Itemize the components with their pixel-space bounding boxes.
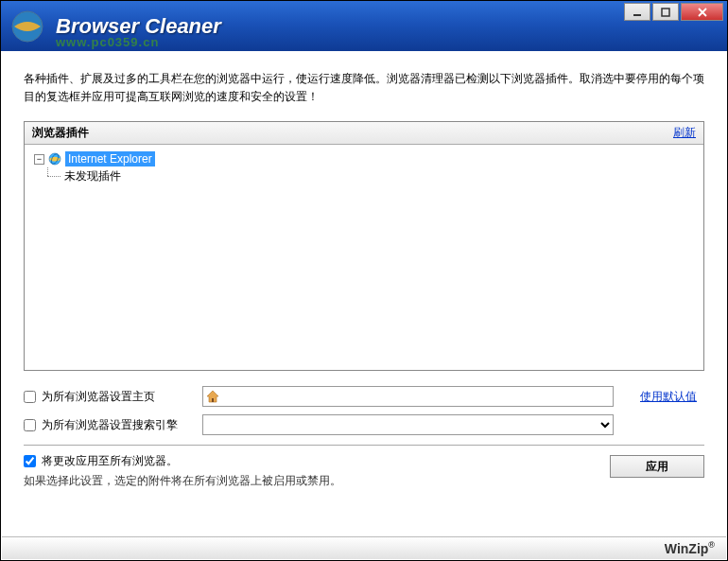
footer: WinZip® — [2, 536, 726, 559]
search-engine-select[interactable] — [202, 414, 614, 435]
tree-child-label: 未发现插件 — [64, 168, 121, 184]
panel-header: 浏览器插件 刷新 — [25, 121, 703, 145]
homepage-row: 为所有浏览器设置主页 使用默认值 — [24, 384, 704, 409]
apply-all-checkbox[interactable] — [24, 455, 36, 467]
apply-button[interactable]: 应用 — [610, 455, 704, 478]
panel-title: 浏览器插件 — [32, 125, 89, 141]
watermark-text: www.pc0359.cn — [56, 35, 159, 49]
home-icon — [205, 389, 220, 404]
collapse-icon[interactable]: − — [34, 154, 44, 165]
refresh-link[interactable]: 刷新 — [673, 125, 696, 141]
svg-rect-6 — [212, 398, 214, 402]
search-label-text: 为所有浏览器设置搜索引擎 — [42, 417, 202, 433]
maximize-button[interactable] — [652, 3, 679, 21]
close-button[interactable] — [681, 3, 723, 21]
homepage-checkbox[interactable] — [24, 391, 36, 403]
homepage-input-wrap — [202, 386, 614, 407]
homepage-checkbox-label[interactable]: 为所有浏览器设置主页 — [24, 389, 202, 405]
apply-hint: 如果选择此设置，选定的附件将在所有浏览器上被启用或禁用。 — [24, 473, 341, 489]
apply-all-label: 将更改应用至所有浏览器。 — [42, 453, 178, 469]
search-checkbox-label[interactable]: 为所有浏览器设置搜索引擎 — [24, 417, 202, 433]
homepage-label-text: 为所有浏览器设置主页 — [42, 389, 202, 405]
description-text: 各种插件、扩展及过多的工具栏在您的浏览器中运行，使运行速度降低。浏览器清理器已检… — [24, 70, 704, 106]
divider — [24, 445, 704, 446]
search-select-wrap — [202, 414, 614, 435]
bottom-row: 将更改应用至所有浏览器。 如果选择此设置，选定的附件将在所有浏览器上被启用或禁用… — [24, 453, 704, 489]
svg-rect-3 — [662, 9, 669, 16]
svg-rect-2 — [633, 14, 641, 16]
titlebar: Browser Cleaner www.pc0359.cn — [1, 1, 727, 51]
tree-root-ie[interactable]: − Internet Explorer — [28, 150, 700, 167]
search-checkbox[interactable] — [24, 419, 36, 431]
search-engine-row: 为所有浏览器设置搜索引擎 — [24, 412, 704, 437]
brand-label: WinZip® — [665, 540, 715, 556]
app-icon — [10, 9, 44, 44]
window-controls — [624, 3, 723, 21]
homepage-input[interactable] — [224, 388, 611, 405]
use-default-link[interactable]: 使用默认值 — [640, 389, 704, 405]
settings-area: 为所有浏览器设置主页 使用默认值 为所有浏览器设置搜索引擎 — [24, 384, 704, 489]
plugin-tree[interactable]: − Internet Explorer 未发现插件 — [25, 145, 703, 370]
plugins-panel: 浏览器插件 刷新 − Internet Explorer 未发现插件 — [24, 121, 704, 371]
minimize-button[interactable] — [624, 3, 650, 21]
apply-all-wrap[interactable]: 将更改应用至所有浏览器。 — [24, 453, 341, 469]
bottom-left: 将更改应用至所有浏览器。 如果选择此设置，选定的附件将在所有浏览器上被启用或禁用… — [24, 453, 341, 489]
tree-child-empty: 未发现插件 — [28, 167, 700, 184]
ie-icon — [48, 152, 61, 166]
content-area: 各种插件、扩展及过多的工具栏在您的浏览器中运行，使运行速度降低。浏览器清理器已检… — [1, 51, 727, 489]
tree-root-label[interactable]: Internet Explorer — [65, 151, 155, 167]
